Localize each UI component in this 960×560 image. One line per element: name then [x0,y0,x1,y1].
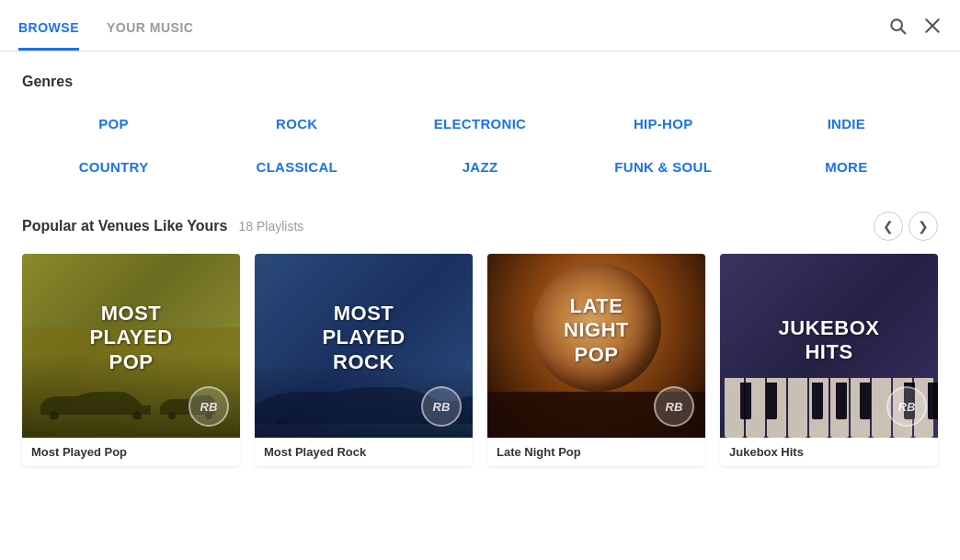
playlist-label-1: MOST PLAYED POP [76,302,186,374]
playlist-label-4: JUKEBOX HITS [774,316,884,365]
playlist-name-1: Most Played Pop [22,438,240,466]
playlist-name-3: Late Night Pop [487,438,705,466]
genre-grid: POP ROCK ELECTRONIC HIP-HOP INDIE COUNTR… [22,109,938,182]
close-button[interactable] [923,17,942,35]
playlist-label-3: LATE NIGHT POP [542,294,651,367]
svg-point-6 [168,412,176,419]
playlist-label-2: MOST PLAYED ROCK [309,302,418,374]
genre-item-electronic[interactable]: ELECTRONIC [388,109,571,139]
tab-your-music[interactable]: YOUR MUSIC [107,20,193,51]
genre-item-country[interactable]: COUNTRY [22,152,205,182]
genre-item-hip-hop[interactable]: HIP-HOP [572,109,755,139]
nav-tabs: BROWSE YOUR MUSIC [18,0,193,51]
close-icon [923,17,942,35]
playlist-card-jukebox-hits[interactable]: JUKEBOX HITS RB Jukebox Hits [720,254,938,466]
genres-title: Genres [22,74,938,90]
playlist-name-2: Most Played Rock [255,438,473,466]
rb-badge-1: RB [189,386,229,427]
playlist-name-4: Jukebox Hits [720,438,938,466]
playlists-row: MOST PLAYED POP RB Most Played Pop [22,254,938,466]
genre-item-indie[interactable]: INDIE [755,109,938,139]
popular-header: Popular at Venues Like Yours 18 Playlist… [22,211,938,241]
nav-icons [888,17,942,35]
popular-count: 18 Playlists [238,219,303,234]
genre-item-rock[interactable]: ROCK [205,109,388,139]
prev-arrow-button[interactable]: ❮ [874,211,903,241]
genre-item-more[interactable]: MORE [755,152,938,182]
next-arrow-button[interactable]: ❯ [909,211,938,241]
rb-badge-3: RB [654,386,694,427]
main-content: Genres POP ROCK ELECTRONIC HIP-HOP INDIE… [0,51,960,560]
top-navigation: BROWSE YOUR MUSIC [0,0,960,51]
next-arrow-icon: ❯ [918,219,929,234]
playlist-card-most-played-pop[interactable]: MOST PLAYED POP RB Most Played Pop [22,254,240,466]
playlist-thumbnail-4: JUKEBOX HITS RB [720,254,938,438]
genre-item-pop[interactable]: POP [22,109,205,139]
prev-arrow-icon: ❮ [883,219,894,234]
popular-title-area: Popular at Venues Like Yours 18 Playlist… [22,218,303,234]
playlist-nav-arrows: ❮ ❯ [874,211,938,241]
playlist-thumbnail-1: MOST PLAYED POP RB [22,254,240,438]
rb-badge-2: RB [421,386,462,427]
playlist-thumbnail-2: MOST PLAYED ROCK RB [255,254,473,438]
playlist-thumbnail-3: LATE NIGHT POP RB [487,254,705,438]
playlist-card-most-played-rock[interactable]: MOST PLAYED ROCK RB Most Played Rock [255,254,473,466]
genre-item-classical[interactable]: CLASSICAL [205,152,388,182]
popular-title: Popular at Venues Like Yours [22,218,227,234]
genre-item-funk-soul[interactable]: FUNK & SOUL [572,152,755,182]
playlist-card-late-night-pop[interactable]: LATE NIGHT POP RB Late Night Pop [487,254,705,466]
rb-badge-4: RB [886,386,927,427]
tab-browse[interactable]: BROWSE [18,20,79,51]
search-icon [888,17,907,35]
search-button[interactable] [888,17,907,35]
genre-item-jazz[interactable]: JAZZ [388,152,571,182]
svg-line-1 [901,29,906,33]
